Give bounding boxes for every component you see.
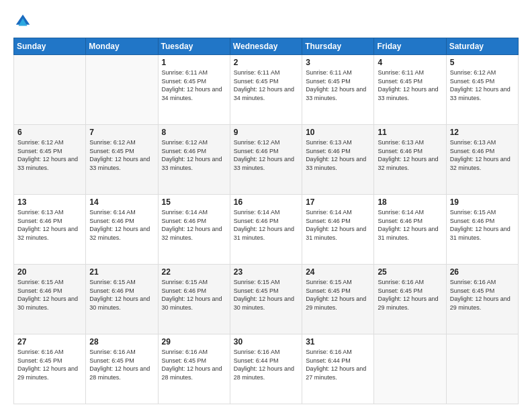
day-number: 26 — [450, 267, 515, 277]
calendar-cell: 17Sunrise: 6:14 AM Sunset: 6:46 PM Dayli… — [302, 195, 374, 265]
day-info: Sunrise: 6:12 AM Sunset: 6:45 PM Dayligh… — [17, 138, 82, 172]
day-number: 15 — [162, 197, 226, 207]
weekday-header-monday: Monday — [86, 38, 158, 55]
day-number: 3 — [306, 58, 370, 67]
day-number: 17 — [306, 197, 370, 207]
day-number: 10 — [306, 128, 370, 137]
day-info: Sunrise: 6:16 AM Sunset: 6:45 PM Dayligh… — [17, 348, 82, 381]
calendar-cell: 7Sunrise: 6:12 AM Sunset: 6:45 PM Daylig… — [86, 125, 158, 195]
day-number: 8 — [162, 128, 226, 137]
day-info: Sunrise: 6:11 AM Sunset: 6:45 PM Dayligh… — [162, 68, 226, 102]
day-number: 18 — [378, 197, 442, 207]
day-number: 5 — [450, 58, 515, 67]
day-number: 21 — [89, 267, 154, 277]
week-row-2: 6Sunrise: 6:12 AM Sunset: 6:45 PM Daylig… — [14, 125, 519, 195]
week-row-3: 13Sunrise: 6:13 AM Sunset: 6:46 PM Dayli… — [14, 195, 519, 265]
weekday-header-sunday: Sunday — [14, 38, 86, 55]
day-number: 22 — [162, 267, 226, 277]
day-number: 30 — [234, 337, 298, 347]
day-number: 4 — [378, 58, 442, 67]
day-number: 14 — [89, 197, 154, 207]
day-number: 25 — [378, 267, 442, 277]
day-info: Sunrise: 6:12 AM Sunset: 6:45 PM Dayligh… — [450, 68, 515, 102]
day-info: Sunrise: 6:14 AM Sunset: 6:46 PM Dayligh… — [378, 208, 442, 242]
calendar-cell: 11Sunrise: 6:13 AM Sunset: 6:46 PM Dayli… — [374, 125, 446, 195]
calendar-cell: 20Sunrise: 6:15 AM Sunset: 6:46 PM Dayli… — [14, 265, 86, 334]
calendar-table: SundayMondayTuesdayWednesdayThursdayFrid… — [13, 38, 519, 404]
calendar-cell: 31Sunrise: 6:16 AM Sunset: 6:44 PM Dayli… — [302, 334, 374, 404]
week-row-5: 27Sunrise: 6:16 AM Sunset: 6:45 PM Dayli… — [14, 334, 519, 404]
calendar-cell: 30Sunrise: 6:16 AM Sunset: 6:44 PM Dayli… — [230, 334, 302, 404]
day-info: Sunrise: 6:13 AM Sunset: 6:46 PM Dayligh… — [306, 138, 370, 172]
day-number: 1 — [162, 58, 226, 67]
calendar-cell: 19Sunrise: 6:15 AM Sunset: 6:46 PM Dayli… — [446, 195, 518, 265]
calendar-cell: 1Sunrise: 6:11 AM Sunset: 6:45 PM Daylig… — [158, 55, 230, 125]
day-info: Sunrise: 6:16 AM Sunset: 6:44 PM Dayligh… — [306, 348, 370, 381]
logo — [13, 12, 35, 31]
calendar-cell: 14Sunrise: 6:14 AM Sunset: 6:46 PM Dayli… — [86, 195, 158, 265]
weekday-header-row: SundayMondayTuesdayWednesdayThursdayFrid… — [14, 38, 519, 55]
calendar-cell — [14, 55, 86, 125]
day-info: Sunrise: 6:11 AM Sunset: 6:45 PM Dayligh… — [378, 68, 442, 102]
weekday-header-wednesday: Wednesday — [230, 38, 302, 55]
day-info: Sunrise: 6:11 AM Sunset: 6:45 PM Dayligh… — [234, 68, 298, 102]
day-number: 11 — [378, 128, 442, 137]
day-number: 19 — [450, 197, 515, 207]
day-info: Sunrise: 6:13 AM Sunset: 6:46 PM Dayligh… — [450, 138, 515, 172]
day-info: Sunrise: 6:15 AM Sunset: 6:46 PM Dayligh… — [450, 208, 515, 242]
day-number: 9 — [234, 128, 298, 137]
page-header — [13, 12, 519, 31]
weekday-header-saturday: Saturday — [446, 38, 518, 55]
day-info: Sunrise: 6:15 AM Sunset: 6:46 PM Dayligh… — [89, 278, 154, 312]
day-number: 31 — [306, 337, 370, 347]
day-info: Sunrise: 6:14 AM Sunset: 6:46 PM Dayligh… — [162, 208, 226, 242]
day-info: Sunrise: 6:16 AM Sunset: 6:44 PM Dayligh… — [234, 348, 298, 381]
calendar-cell: 4Sunrise: 6:11 AM Sunset: 6:45 PM Daylig… — [374, 55, 446, 125]
day-number: 23 — [234, 267, 298, 277]
day-number: 24 — [306, 267, 370, 277]
day-info: Sunrise: 6:16 AM Sunset: 6:45 PM Dayligh… — [162, 348, 226, 381]
day-info: Sunrise: 6:15 AM Sunset: 6:45 PM Dayligh… — [234, 278, 298, 312]
calendar-page: SundayMondayTuesdayWednesdayThursdayFrid… — [0, 0, 532, 411]
day-info: Sunrise: 6:15 AM Sunset: 6:46 PM Dayligh… — [17, 278, 82, 312]
day-info: Sunrise: 6:13 AM Sunset: 6:46 PM Dayligh… — [378, 138, 442, 172]
calendar-cell — [374, 334, 446, 404]
calendar-cell: 26Sunrise: 6:16 AM Sunset: 6:45 PM Dayli… — [446, 265, 518, 334]
day-info: Sunrise: 6:16 AM Sunset: 6:45 PM Dayligh… — [378, 278, 442, 312]
day-info: Sunrise: 6:14 AM Sunset: 6:46 PM Dayligh… — [306, 208, 370, 242]
day-number: 16 — [234, 197, 298, 207]
week-row-1: 1Sunrise: 6:11 AM Sunset: 6:45 PM Daylig… — [14, 55, 519, 125]
calendar-cell: 5Sunrise: 6:12 AM Sunset: 6:45 PM Daylig… — [446, 55, 518, 125]
weekday-header-tuesday: Tuesday — [158, 38, 230, 55]
day-info: Sunrise: 6:13 AM Sunset: 6:46 PM Dayligh… — [17, 208, 82, 242]
day-info: Sunrise: 6:15 AM Sunset: 6:45 PM Dayligh… — [306, 278, 370, 312]
calendar-cell: 13Sunrise: 6:13 AM Sunset: 6:46 PM Dayli… — [14, 195, 86, 265]
calendar-cell: 24Sunrise: 6:15 AM Sunset: 6:45 PM Dayli… — [302, 265, 374, 334]
calendar-cell: 27Sunrise: 6:16 AM Sunset: 6:45 PM Dayli… — [14, 334, 86, 404]
day-info: Sunrise: 6:16 AM Sunset: 6:45 PM Dayligh… — [89, 348, 154, 381]
day-number: 20 — [17, 267, 82, 277]
calendar-cell: 25Sunrise: 6:16 AM Sunset: 6:45 PM Dayli… — [374, 265, 446, 334]
day-info: Sunrise: 6:16 AM Sunset: 6:45 PM Dayligh… — [450, 278, 515, 312]
day-info: Sunrise: 6:12 AM Sunset: 6:46 PM Dayligh… — [234, 138, 298, 172]
calendar-cell: 6Sunrise: 6:12 AM Sunset: 6:45 PM Daylig… — [14, 125, 86, 195]
calendar-cell: 3Sunrise: 6:11 AM Sunset: 6:45 PM Daylig… — [302, 55, 374, 125]
calendar-cell — [446, 334, 518, 404]
calendar-cell: 29Sunrise: 6:16 AM Sunset: 6:45 PM Dayli… — [158, 334, 230, 404]
week-row-4: 20Sunrise: 6:15 AM Sunset: 6:46 PM Dayli… — [14, 265, 519, 334]
weekday-header-friday: Friday — [374, 38, 446, 55]
day-info: Sunrise: 6:14 AM Sunset: 6:46 PM Dayligh… — [89, 208, 154, 242]
day-info: Sunrise: 6:14 AM Sunset: 6:46 PM Dayligh… — [234, 208, 298, 242]
day-info: Sunrise: 6:12 AM Sunset: 6:46 PM Dayligh… — [162, 138, 226, 172]
calendar-cell: 28Sunrise: 6:16 AM Sunset: 6:45 PM Dayli… — [86, 334, 158, 404]
logo-icon — [13, 12, 32, 31]
day-info: Sunrise: 6:12 AM Sunset: 6:45 PM Dayligh… — [89, 138, 154, 172]
day-number: 12 — [450, 128, 515, 137]
calendar-cell: 18Sunrise: 6:14 AM Sunset: 6:46 PM Dayli… — [374, 195, 446, 265]
calendar-cell: 16Sunrise: 6:14 AM Sunset: 6:46 PM Dayli… — [230, 195, 302, 265]
calendar-cell: 22Sunrise: 6:15 AM Sunset: 6:46 PM Dayli… — [158, 265, 230, 334]
weekday-header-thursday: Thursday — [302, 38, 374, 55]
day-number: 27 — [17, 337, 82, 347]
day-number: 2 — [234, 58, 298, 67]
day-number: 13 — [17, 197, 82, 207]
